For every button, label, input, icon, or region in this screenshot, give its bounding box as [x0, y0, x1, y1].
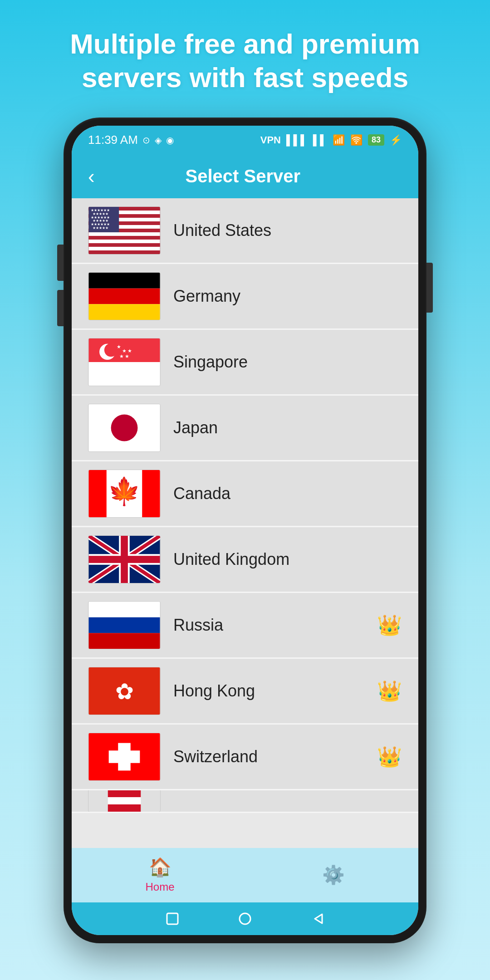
svg-rect-56 [108, 790, 141, 797]
country-name-ch: Switzerland [173, 747, 377, 766]
svg-rect-21 [89, 273, 160, 289]
svg-point-34 [111, 414, 138, 441]
premium-crown-ru: 👑 [377, 613, 402, 637]
country-name-jp: Japan [173, 418, 402, 437]
status-bar: 11:39 AM ⊙ ◈ ◉ VPN ▌▌▌ ▌▌ 📶 🛜 83 ⚡ [72, 126, 418, 155]
premium-crown-hk: 👑 [377, 679, 402, 703]
svg-rect-11 [89, 243, 160, 247]
svg-rect-49 [89, 617, 160, 633]
svg-rect-10 [89, 240, 160, 243]
svg-rect-22 [89, 288, 160, 304]
flag-hk: ✿ [88, 667, 161, 715]
flag-partial [88, 790, 161, 813]
server-item-hk[interactable]: ✿ Hong Kong 👑 [72, 659, 418, 725]
svg-text:★: ★ [119, 353, 124, 359]
svg-rect-48 [89, 602, 160, 617]
country-name-de: Germany [173, 287, 402, 306]
power-button [426, 263, 433, 313]
flag-us: ★★★★★★ ★★★★★ ★★★★★★ ★★★★★ ★★★★★★ ★★★★★ [88, 206, 161, 255]
back-button[interactable]: ‹ [88, 167, 95, 186]
server-item-jp[interactable]: Japan [72, 396, 418, 461]
android-home-btn[interactable] [236, 910, 254, 928]
svg-rect-58 [108, 804, 141, 812]
bottom-nav: 🏠 Home ⚙️ [72, 848, 418, 902]
flag-ch [88, 733, 161, 781]
country-name-sg: Singapore [173, 353, 402, 372]
svg-rect-55 [109, 750, 140, 763]
flag-de [88, 272, 161, 320]
svg-text:★: ★ [122, 348, 127, 353]
vpn-label: VPN [260, 134, 281, 146]
server-item-ru[interactable]: Russia 👑 [72, 593, 418, 659]
svg-rect-37 [142, 470, 160, 517]
phone-wrapper: 11:39 AM ⊙ ◈ ◉ VPN ▌▌▌ ▌▌ 📶 🛜 83 ⚡ ‹ Sel… [64, 118, 426, 943]
svg-rect-36 [89, 470, 107, 517]
time-display: 11:39 AM [88, 133, 138, 147]
battery-display: 83 [368, 134, 384, 146]
svg-rect-13 [89, 250, 160, 254]
country-name-us: United States [173, 221, 402, 240]
flag-ca: 🍁 [88, 470, 161, 518]
flag-jp [88, 404, 161, 452]
svg-rect-57 [108, 797, 141, 804]
svg-rect-8 [89, 232, 160, 236]
app-title: Select Server [104, 166, 382, 186]
wifi-icon: 📶 [333, 134, 345, 146]
wifi-2-icon: 🛜 [350, 134, 363, 146]
volume-down-button [57, 290, 64, 326]
svg-marker-61 [315, 914, 322, 923]
country-name-uk: United Kingdom [173, 550, 402, 569]
country-name-ru: Russia [173, 616, 377, 635]
svg-rect-12 [89, 247, 160, 250]
home-label: Home [145, 881, 174, 893]
country-name-hk: Hong Kong [173, 681, 377, 701]
svg-rect-47 [89, 556, 160, 563]
flag-uk [88, 535, 161, 583]
svg-text:🍁: 🍁 [108, 475, 142, 507]
server-item-partial[interactable] [72, 790, 418, 813]
svg-rect-59 [167, 913, 178, 924]
signal-2-icon: ▌▌ [313, 134, 327, 146]
signal-1-icon: ▌▌▌ [286, 134, 308, 146]
status-icons: VPN ▌▌▌ ▌▌ 📶 🛜 83 ⚡ [260, 134, 402, 146]
svg-text:✿: ✿ [115, 679, 134, 703]
status-icon-3: ◉ [166, 135, 174, 146]
svg-point-60 [240, 913, 250, 924]
nav-home[interactable]: 🏠 Home [145, 857, 174, 893]
svg-rect-25 [89, 362, 160, 386]
svg-text:★: ★ [127, 348, 132, 353]
svg-rect-23 [89, 304, 160, 320]
home-icon: 🏠 [149, 857, 172, 878]
svg-rect-9 [89, 236, 160, 240]
status-icon-2: ◈ [155, 135, 162, 146]
android-back-btn[interactable] [309, 910, 327, 928]
svg-text:★★★★★: ★★★★★ [93, 226, 108, 230]
settings-icon: ⚙️ [322, 864, 345, 886]
server-list: ★★★★★★ ★★★★★ ★★★★★★ ★★★★★ ★★★★★★ ★★★★★ U… [72, 198, 418, 848]
location-icon: ⊙ [142, 135, 150, 146]
country-name-ca: Canada [173, 484, 402, 503]
svg-text:★: ★ [117, 343, 121, 349]
android-nav-bar [72, 902, 418, 935]
premium-crown-ch: 👑 [377, 745, 402, 769]
phone-screen: 11:39 AM ⊙ ◈ ◉ VPN ▌▌▌ ▌▌ 📶 🛜 83 ⚡ ‹ Sel… [72, 126, 418, 935]
charging-icon: ⚡ [390, 134, 402, 146]
app-bar: ‹ Select Server [72, 155, 418, 198]
svg-text:★: ★ [125, 353, 129, 359]
svg-rect-50 [89, 633, 160, 649]
status-time: 11:39 AM ⊙ ◈ ◉ [88, 133, 174, 147]
server-item-ca[interactable]: 🍁 Canada [72, 461, 418, 527]
flag-ru [88, 601, 161, 649]
server-item-de[interactable]: Germany [72, 264, 418, 330]
volume-up-button [57, 245, 64, 281]
server-item-ch[interactable]: Switzerland 👑 [72, 725, 418, 790]
header-text: Multiple free and premium servers with f… [0, 0, 490, 118]
server-item-us[interactable]: ★★★★★★ ★★★★★ ★★★★★★ ★★★★★ ★★★★★★ ★★★★★ U… [72, 198, 418, 264]
server-item-uk[interactable]: United Kingdom [72, 527, 418, 593]
server-item-sg[interactable]: ★ ★ ★ ★ ★ Singapore [72, 330, 418, 396]
android-square-btn[interactable] [163, 910, 181, 928]
nav-settings[interactable]: ⚙️ [322, 864, 345, 886]
svg-point-27 [104, 343, 118, 357]
flag-sg: ★ ★ ★ ★ ★ [88, 338, 161, 386]
